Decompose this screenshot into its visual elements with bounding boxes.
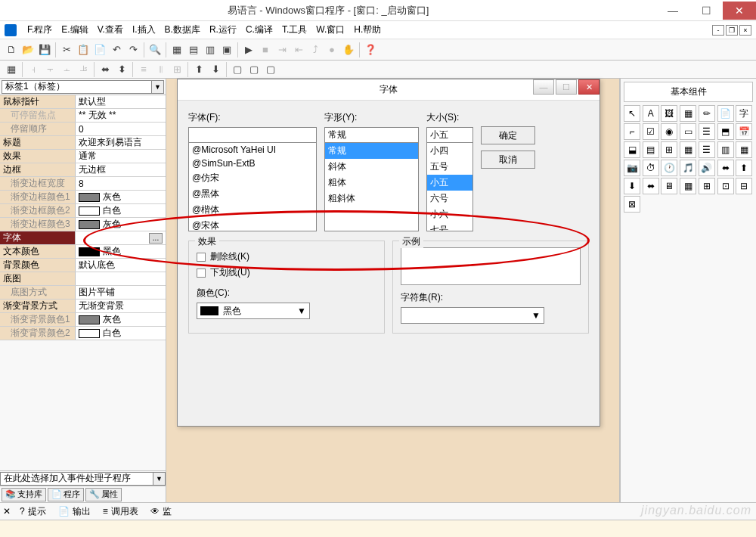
undo-icon[interactable]: ↶ — [108, 42, 125, 58]
toolbox-item[interactable]: ⊞ — [699, 178, 715, 194]
open-icon[interactable]: 📂 — [20, 42, 36, 58]
style-list-item[interactable]: 常规 — [325, 143, 418, 159]
font-list-item[interactable]: @仿宋 — [189, 170, 316, 186]
size-list[interactable]: 小四五号小五六号小六七号八号 — [426, 142, 473, 231]
property-row[interactable]: 停留顺序0 — [0, 123, 166, 136]
toolbox-item[interactable]: ▦ — [680, 178, 696, 194]
tab-monitor[interactable]: 👁监 — [147, 505, 175, 518]
toolbox-item[interactable]: 🕐 — [661, 160, 677, 176]
toolbox-item[interactable]: ⌐ — [624, 123, 640, 140]
paste-icon[interactable]: 📄 — [91, 42, 108, 58]
property-row[interactable]: 底图方式图片平铺 — [0, 286, 166, 300]
menu-program[interactable]: F.程序 — [23, 23, 57, 36]
size1-icon[interactable]: ⬌ — [97, 61, 113, 78]
property-row[interactable]: 底图 — [0, 272, 166, 286]
support-lib-button[interactable]: 📚 支持库 — [2, 488, 46, 501]
toolbox-item[interactable]: ▦ — [680, 105, 696, 122]
toolbox-item[interactable]: 📷 — [624, 160, 640, 176]
underline-checkbox[interactable]: 下划线(U) — [197, 266, 376, 279]
color-combo[interactable]: 黑色 ▼ — [197, 303, 310, 319]
toolbox-item[interactable]: 🖥 — [661, 178, 677, 194]
menu-run[interactable]: R.运行 — [205, 23, 241, 36]
toolbox-item[interactable]: ▤ — [643, 141, 659, 158]
toolbox-item[interactable]: 字 — [736, 105, 752, 122]
property-row[interactable]: 鼠标指针默认型 — [0, 95, 166, 109]
font-input[interactable] — [188, 127, 317, 142]
property-row[interactable]: 效果通常 — [0, 150, 166, 163]
property-row[interactable]: 边框无边框 — [0, 163, 166, 177]
dist1-icon[interactable]: ≡ — [135, 61, 152, 78]
mdi-minimize-icon[interactable]: ‑ — [712, 25, 724, 36]
font-list-item[interactable]: @Microsoft YaHei UI — [189, 143, 316, 157]
toolbox-item[interactable]: ▥ — [717, 141, 734, 158]
align2-icon[interactable]: ⫟ — [42, 61, 58, 78]
style-input[interactable] — [324, 127, 419, 142]
cut-icon[interactable]: ✂ — [58, 42, 75, 58]
toolbox-item[interactable]: ⊞ — [661, 141, 677, 158]
toolbox-item[interactable]: ⊠ — [624, 196, 640, 213]
dist3-icon[interactable]: ⊞ — [169, 61, 185, 78]
toolbox-item[interactable]: 🎵 — [680, 160, 696, 176]
style-list-item[interactable]: 粗斜体 — [325, 191, 418, 206]
ok-button[interactable]: 确定 — [481, 126, 535, 144]
menu-window[interactable]: W.窗口 — [311, 23, 349, 36]
toolbox-item[interactable]: ☰ — [699, 141, 715, 158]
toolbox-item[interactable]: ☑ — [643, 123, 659, 140]
property-row[interactable]: 渐变边框宽度8 — [0, 177, 166, 191]
menu-edit[interactable]: E.编辑 — [57, 23, 92, 36]
toolbox-item[interactable]: ⬒ — [717, 123, 734, 140]
step2-icon[interactable]: ⇤ — [290, 42, 307, 58]
style-list[interactable]: 常规斜体粗体粗斜体 — [324, 142, 419, 231]
property-row[interactable]: 标题欢迎来到易语言 — [0, 136, 166, 150]
window3-icon[interactable]: ▥ — [202, 42, 218, 58]
order1-icon[interactable]: ⬆ — [191, 61, 207, 78]
output-area[interactable] — [0, 520, 756, 537]
size-input[interactable] — [426, 127, 473, 142]
size-list-item[interactable]: 小四 — [427, 143, 472, 159]
font-list[interactable]: @Microsoft YaHei UI@SimSun-ExtB@仿宋@黑体@楷体… — [188, 142, 317, 231]
font-list-item[interactable]: @宋体 — [189, 218, 316, 231]
size-list-item[interactable]: 六号 — [427, 191, 472, 206]
copy-icon[interactable]: 📋 — [75, 42, 91, 58]
toolbox-item[interactable]: ⏱ — [643, 160, 659, 176]
find-icon[interactable]: 🔍 — [147, 42, 163, 58]
property-row[interactable]: 渐变背景颜色2白色 — [0, 327, 166, 340]
toolbox-item[interactable]: 🔊 — [699, 160, 715, 176]
tab-hint[interactable]: ?提示 — [17, 505, 49, 518]
size-list-item[interactable]: 小六 — [427, 206, 472, 222]
dialog-close-icon[interactable]: ✕ — [578, 79, 600, 95]
window1-icon[interactable]: ▦ — [169, 42, 185, 58]
redo-icon[interactable]: ↷ — [125, 42, 141, 58]
menu-help[interactable]: H.帮助 — [349, 23, 386, 36]
toolbox-item[interactable]: 📄 — [717, 105, 734, 122]
property-row[interactable]: 渐变背景颜色1灰色 — [0, 313, 166, 327]
property-row[interactable]: 渐变边框颜色2白色 — [0, 204, 166, 218]
property-row[interactable]: 渐变背景方式无渐变背景 — [0, 300, 166, 313]
strikethrough-checkbox[interactable]: 删除线(K) — [197, 250, 376, 263]
style-list-item[interactable]: 斜体 — [325, 159, 418, 175]
mdi-close-icon[interactable]: × — [739, 25, 751, 36]
combo-dropdown-icon[interactable]: ▼ — [152, 80, 164, 94]
program-button[interactable]: 📄 程序 — [48, 488, 84, 501]
event-dropdown-icon[interactable]: ▼ — [153, 472, 166, 486]
order2-icon[interactable]: ⬇ — [207, 61, 224, 78]
font-list-item[interactable]: @黑体 — [189, 186, 316, 202]
tab-output[interactable]: 📄输出 — [55, 505, 94, 518]
help-icon[interactable]: ❓ — [362, 42, 379, 58]
menu-tools[interactable]: T.工具 — [277, 23, 311, 36]
minimize-button[interactable]: — — [656, 2, 689, 20]
window4-icon[interactable]: ▣ — [218, 42, 235, 58]
close-button[interactable]: ✕ — [723, 2, 756, 20]
menu-view[interactable]: V.查看 — [93, 23, 128, 36]
save-icon[interactable]: 💾 — [36, 42, 53, 58]
menu-compile[interactable]: C.编译 — [241, 23, 277, 36]
ctr3-icon[interactable]: ▢ — [262, 61, 279, 78]
breakpoint-icon[interactable]: ● — [324, 42, 340, 58]
toolbox-item[interactable]: A — [643, 105, 659, 122]
toolbox-item[interactable]: ☰ — [699, 123, 715, 140]
maximize-button[interactable]: ☐ — [689, 2, 723, 20]
window2-icon[interactable]: ▤ — [185, 42, 202, 58]
mdi-restore-icon[interactable]: ❐ — [726, 25, 738, 36]
toolbox-item[interactable]: ✏ — [699, 105, 715, 122]
size-list-item[interactable]: 小五 — [427, 175, 472, 191]
